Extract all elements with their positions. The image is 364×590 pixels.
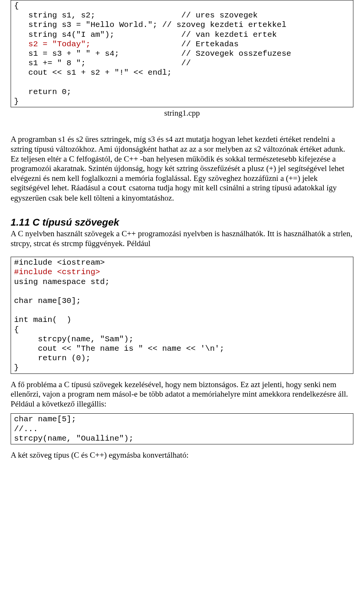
code-block-1: { string s1, s2; // ures szovegek string… xyxy=(11,0,353,107)
code-comment: // van kezdeti ertek xyxy=(181,30,277,39)
code-caption-1: string1.cpp xyxy=(11,108,353,118)
code-comment: // Ertekadas xyxy=(181,40,238,49)
code-line: } xyxy=(14,97,19,106)
code-line: { xyxy=(14,2,19,10)
code-line: //... xyxy=(14,425,38,433)
code-line: } xyxy=(14,363,19,372)
code-block-2: #include <iostream> #include <cstring> u… xyxy=(11,257,353,373)
paragraph-3: A fő probléma a C típusú szövegek kezelé… xyxy=(11,380,353,409)
code-line: string s4("I am"); xyxy=(14,30,181,39)
code-pad xyxy=(91,40,181,49)
code-line: int main( ) xyxy=(14,315,71,324)
code-line: { xyxy=(14,325,19,334)
code-comment: // xyxy=(181,59,191,67)
code-line: cout << s1 + s2 + "!" << endl; xyxy=(14,68,172,77)
code-line: char name[30]; xyxy=(14,297,81,305)
inline-code-cout: cout xyxy=(108,184,127,193)
code-line: strcpy(name, "Oualline"); xyxy=(14,434,133,443)
code-line-highlight: s2 = "Today"; xyxy=(14,40,91,49)
code-line-highlight: #include <cstring> xyxy=(14,268,100,276)
code-line: cout << "The name is " << name << '\n'; xyxy=(14,344,224,353)
code-line: return 0; xyxy=(14,88,71,96)
paragraph-2: A C nyelvben használt szövegek a C++ pro… xyxy=(11,229,353,248)
code-comment: // Szovegek osszefuzese xyxy=(181,49,291,58)
code-comment: // ures szovegek xyxy=(181,11,258,20)
code-line: char name[5]; xyxy=(14,415,76,424)
code-line: #include <iostream> xyxy=(14,258,105,267)
code-line: s1 += " 8 "; xyxy=(14,59,181,67)
section-heading: 1.11 C típusú szövegek xyxy=(11,216,353,229)
code-line: string s3 = "Hello World."; xyxy=(14,20,162,29)
code-line: using namespace std; xyxy=(14,278,110,286)
code-line: strcpy(name, "Sam"); xyxy=(14,335,133,344)
page: { string s1, s2; // ures szovegek string… xyxy=(0,0,364,590)
paragraph-1: A programban s1 és s2 üres sztringek, mí… xyxy=(11,135,353,203)
paragraph-4: A két szöveg típus (C és C++) egymásba k… xyxy=(11,450,353,460)
code-line: s1 = s3 + " " + s4; xyxy=(14,49,181,58)
code-block-3: char name[5]; //... strcpy(name, "Oualli… xyxy=(11,413,353,444)
code-line: string s1, s2; xyxy=(14,11,181,20)
code-comment: // szoveg kezdeti ertekkel xyxy=(162,20,287,29)
code-line: return (0); xyxy=(14,354,91,362)
